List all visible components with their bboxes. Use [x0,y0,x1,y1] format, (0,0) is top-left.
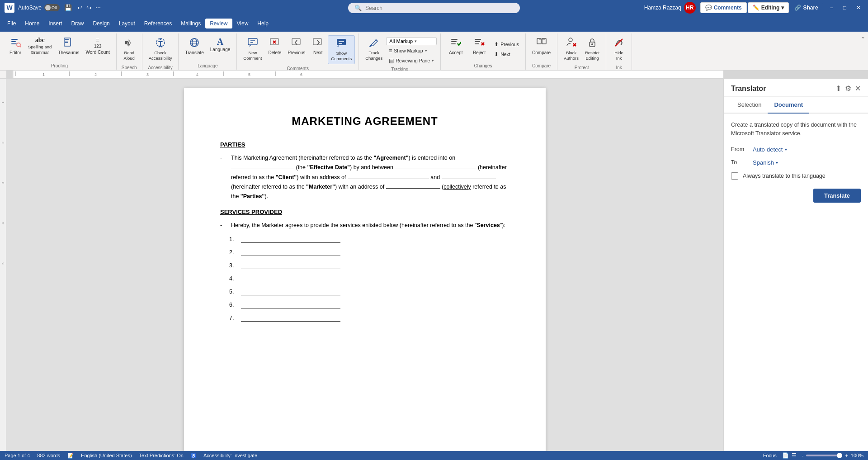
reviewing-pane-arrow: ▾ [432,58,434,63]
from-dropdown[interactable]: Auto-detect ▾ [753,146,787,153]
delete-comment-button[interactable]: Delete [266,35,284,57]
show-markup-button[interactable]: ≡ Show Markup ▾ [386,46,437,55]
next-comment-icon [312,37,323,49]
effective-date-blank [231,169,294,169]
translate-button[interactable]: Translate [813,189,861,203]
ribbon-group-protect: BlockAuthors RestrictEditing Protect [557,33,606,71]
hide-ink-icon [613,37,624,49]
services-text: Hereby, the Marketer agrees to provide t… [231,221,505,230]
share-button[interactable]: 🔗 Share [790,2,822,13]
proofing-icon: 📝 [67,453,74,459]
block-authors-button[interactable]: BlockAuthors [561,35,581,63]
always-translate-checkbox[interactable] [731,172,738,180]
print-layout-icon[interactable]: 📄 [782,452,789,459]
services-dash: - [220,221,226,230]
ribbon-group-compare: Compare Compare [526,33,557,70]
customize-btn[interactable]: ⋯ [95,5,101,11]
translator-collapse-button[interactable]: ⬆ [835,84,841,93]
autosave-toggle[interactable] [44,4,60,11]
ribbon-group-proofing: Editor abc Spelling andGrammar Thesaurus… [3,33,117,70]
editor-label: Editor [9,50,21,55]
check-accessibility-button[interactable]: CheckAccessibility [146,35,175,63]
expand-ribbon-button[interactable]: ⌄ [861,33,865,40]
focus-label[interactable]: Focus [763,453,777,458]
ruler-4: 4 [1,222,5,224]
menu-references[interactable]: References [140,19,176,28]
menu-view[interactable]: View [232,19,253,28]
save-icon[interactable]: 💾 [64,4,72,11]
restrict-editing-button[interactable]: RestrictEditing [582,35,602,63]
markup-dropdown[interactable]: All Markup ▾ [386,37,437,45]
hide-ink-button[interactable]: HideInk [610,35,628,63]
translator-settings-button[interactable]: ⚙ [845,84,851,93]
show-comments-button[interactable]: ShowComments [328,35,355,64]
thesaurus-button[interactable]: Thesaurus [55,35,82,57]
menu-insert[interactable]: Insert [44,19,66,28]
web-layout-icon[interactable]: ☰ [792,452,797,459]
changes-label: Changes [444,62,522,70]
previous-comment-button[interactable]: Previous [285,35,308,57]
tab-document[interactable]: Document [768,97,809,114]
restore-btn[interactable]: □ [840,5,849,11]
new-comment-button[interactable]: NewComment [241,35,264,63]
reject-button[interactable]: Reject [468,35,491,57]
marketer-address-blank [386,188,440,189]
translator-close-button[interactable]: ✕ [855,84,861,93]
redo-btn[interactable]: ↪ [86,4,92,11]
undo-btn[interactable]: ↩ [77,4,83,11]
menu-home[interactable]: Home [20,19,44,28]
translate-button[interactable]: Translate [182,35,206,57]
zoom-in-btn[interactable]: + [845,453,848,458]
previous-change-button[interactable]: ⬆ Previous [491,40,522,49]
new-comment-label: NewComment [243,50,262,62]
menu-file[interactable]: File [3,19,20,28]
editing-button[interactable]: ✏️ Editing ▾ [748,2,789,13]
svg-point-45 [591,43,593,45]
zoom-level: 100% [851,453,863,458]
services-paragraph: - Hereby, the Marketer agrees to provide… [220,221,509,230]
show-markup-label: Show Markup [394,48,423,53]
svg-rect-16 [248,38,257,45]
compare-label: Compare [529,62,553,70]
document-area[interactable]: MARKETING AGREEMENT PARTIES - This Marke… [6,79,723,451]
menu-design[interactable]: Design [88,19,114,28]
minimize-btn[interactable]: − [827,5,836,11]
autosave-area: AutoSave [18,4,60,11]
accept-button[interactable]: Accept [444,35,467,57]
menu-mailings[interactable]: Mailings [176,19,205,28]
title-controls: 💾 ↩ ↪ ⋯ [64,4,101,11]
translator-description: Create a translated copy of this documen… [731,121,861,138]
tab-selection[interactable]: Selection [731,97,768,114]
menu-layout[interactable]: Layout [114,19,140,28]
svg-point-41 [569,38,572,42]
word-count-button[interactable]: ≡123 Word Count [83,35,113,57]
menu-review[interactable]: Review [205,19,232,28]
zoom-slider[interactable] [806,455,842,456]
spelling-grammar-button[interactable]: abc Spelling andGrammar [25,35,54,57]
marketer-bold: "Marketer" [306,184,335,190]
to-dropdown-arrow: ▾ [776,160,778,165]
reviewing-pane-button[interactable]: ▤ Reviewing Pane ▾ [386,56,437,65]
language-button[interactable]: A Language [208,35,233,54]
search-input[interactable] [365,5,514,11]
svg-rect-23 [313,38,321,45]
close-btn[interactable]: ✕ [854,5,863,11]
track-changes-button[interactable]: TrackChanges [363,35,385,63]
comments-button[interactable]: 💬 Comments [700,2,747,13]
svg-text:6: 6 [300,72,302,77]
zoom-out-btn[interactable]: - [802,453,804,458]
menu-draw[interactable]: Draw [66,19,88,28]
ink-label: Ink [610,63,628,71]
read-aloud-button[interactable]: ReadAloud [120,35,138,63]
next-comment-button[interactable]: Next [309,35,327,57]
svg-text:4: 4 [196,72,198,77]
editor-button[interactable]: Editor [6,35,24,57]
next-change-button[interactable]: ⬇ Next [491,50,522,59]
compare-button[interactable]: Compare [529,35,553,57]
ribbon: Editor abc Spelling andGrammar Thesaurus… [0,32,868,71]
accessibility-status: Accessibility: Investigate [203,453,257,458]
to-dropdown[interactable]: Spanish ▾ [753,159,778,166]
menu-help[interactable]: Help [253,19,273,28]
autosave-label: AutoSave [18,5,42,11]
compare-icon [536,37,547,49]
